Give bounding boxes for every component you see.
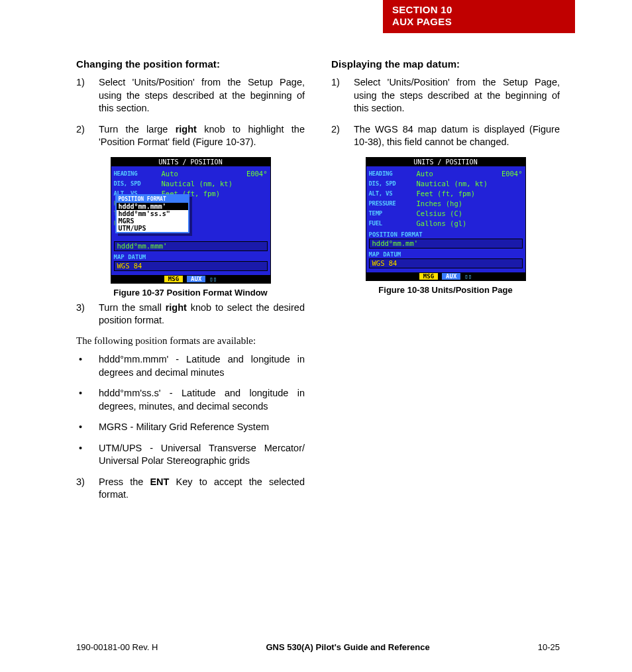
row: ALT, VSFeet (ft, fpm): [369, 189, 523, 199]
list-item: •MGRS - Military Grid Reference System: [76, 421, 305, 434]
section-header: SECTION 10 AUX PAGES: [383, 0, 575, 33]
msg-tag: MSG: [419, 273, 438, 280]
figure-38: UNITS / POSITION HEADINGAutoE004° DIS, S…: [331, 157, 560, 295]
fig38-caption: Figure 10-38 Units/Position Page: [378, 285, 512, 295]
row: PRESSUREInches (hg): [369, 199, 523, 209]
page-footer: 190-00181-00 Rev. H GNS 530(A) Pilot's G…: [76, 642, 560, 652]
step-num: 3): [76, 302, 99, 327]
section-line2: AUX PAGES: [392, 16, 566, 28]
footer-left: 190-00181-00 Rev. H: [76, 642, 158, 652]
posfmt-label: POSITION FORMAT: [369, 231, 523, 238]
step: 2) The WGS 84 map datum is displayed (Fi…: [331, 123, 560, 149]
step-num: 1): [331, 76, 354, 115]
step-text: Turn the small right knob to select the …: [99, 302, 305, 327]
list-item: •hddd°mm'ss.s' - Latitude and longitude …: [76, 387, 305, 413]
step-num: 2): [76, 123, 99, 149]
left-steps-3: 3) Press the ENT Key to accept the selec…: [76, 476, 305, 502]
step: 3) Turn the small right knob to select t…: [76, 302, 305, 327]
step-num: 1): [76, 76, 99, 115]
step: 1) Select 'Units/Position' from the Setu…: [331, 76, 560, 115]
popup-item: UTM/UPS: [117, 225, 188, 232]
step: 1) Select 'Units/Position' from the Setu…: [76, 76, 305, 115]
left-column: Changing the position format: 1) Select …: [76, 58, 305, 510]
posfmt-box: hddd°mm.mmm': [114, 241, 268, 251]
popup-item: MGRS: [117, 217, 188, 225]
right-steps: 1) Select 'Units/Position' from the Setu…: [331, 76, 560, 149]
popup-item: hddd°mm'ss.s": [117, 210, 188, 217]
formats-intro: The following position formats are avail…: [76, 335, 305, 347]
figure-37: UNITS / POSITION HEADINGAutoE004° DIS, S…: [76, 157, 305, 298]
posfmt-box: hddd°mm.mm': [369, 239, 523, 249]
aux-tag: AUX: [442, 273, 460, 280]
step-text: Select 'Units/Position' from the Setup P…: [99, 76, 305, 115]
content-area: Changing the position format: 1) Select …: [76, 58, 560, 510]
ticks-icon: ▯▯: [209, 276, 217, 282]
screen-body: HEADINGAutoE004° DIS, SPDNautical (nm, k…: [366, 166, 525, 272]
row: DIS, SPDNautical (nm, kt): [114, 179, 268, 189]
left-steps-1: 1) Select 'Units/Position' from the Setu…: [76, 76, 305, 149]
ticks-icon: ▯▯: [464, 273, 472, 280]
row: FUELGallons (gl): [369, 219, 523, 229]
list-item: •hddd°mm.mmm' - Latitude and longitude i…: [76, 353, 305, 379]
gps-screen-37: UNITS / POSITION HEADINGAutoE004° DIS, S…: [111, 157, 271, 284]
list-item: •UTM/UPS - Universal Transverse Mercator…: [76, 442, 305, 468]
step: 2) Turn the large right knob to highligh…: [76, 123, 305, 149]
step-text: Turn the large right knob to highlight t…: [99, 123, 305, 149]
position-format-popup: POSITION FORMAT hddd°mm.mmm' hddd°mm'ss.…: [115, 194, 189, 233]
datum-label: MAP DATUM: [114, 254, 268, 260]
row: TEMPCelsius (C): [369, 209, 523, 219]
screen-footer: MSG AUX ▯▯: [111, 275, 270, 283]
popup-item: hddd°mm.mmm': [117, 203, 188, 210]
left-steps-2: 3) Turn the small right knob to select t…: [76, 302, 305, 327]
datum-box: WGS 84: [114, 261, 268, 271]
left-heading: Changing the position format:: [76, 58, 305, 70]
footer-right: 10-25: [538, 642, 560, 652]
datum-label: MAP DATUM: [369, 251, 523, 258]
msg-tag: MSG: [164, 276, 183, 282]
section-line1: SECTION 10: [392, 4, 566, 16]
screen-footer: MSG AUX ▯▯: [366, 272, 525, 280]
posfmt-label: [114, 234, 268, 241]
screen-title: UNITS / POSITION: [366, 158, 525, 166]
fig37-caption: Figure 10-37 Position Format Window: [113, 288, 267, 298]
row: DIS, SPDNautical (nm, kt): [369, 179, 523, 189]
step-text: The WGS 84 map datum is displayed (Figur…: [354, 123, 560, 149]
format-list: •hddd°mm.mmm' - Latitude and longitude i…: [76, 353, 305, 468]
footer-center: GNS 530(A) Pilot's Guide and Reference: [266, 642, 429, 652]
row: HEADINGAutoE004°: [114, 169, 268, 179]
step: 3) Press the ENT Key to accept the selec…: [76, 476, 305, 502]
step-num: 2): [331, 123, 354, 149]
right-column: Displaying the map datum: 1) Select 'Uni…: [331, 58, 560, 510]
gps-screen-38: UNITS / POSITION HEADINGAutoE004° DIS, S…: [366, 157, 526, 281]
datum-box: WGS 84: [369, 258, 523, 268]
step-text: Press the ENT Key to accept the selected…: [99, 476, 305, 502]
row: HEADINGAutoE004°: [369, 169, 523, 179]
popup-title: POSITION FORMAT: [117, 196, 188, 203]
aux-tag: AUX: [187, 276, 205, 282]
step-num: 3): [76, 476, 99, 502]
right-heading: Displaying the map datum:: [331, 58, 560, 70]
screen-title: UNITS / POSITION: [111, 158, 270, 166]
step-text: Select 'Units/Position' from the Setup P…: [354, 76, 560, 115]
